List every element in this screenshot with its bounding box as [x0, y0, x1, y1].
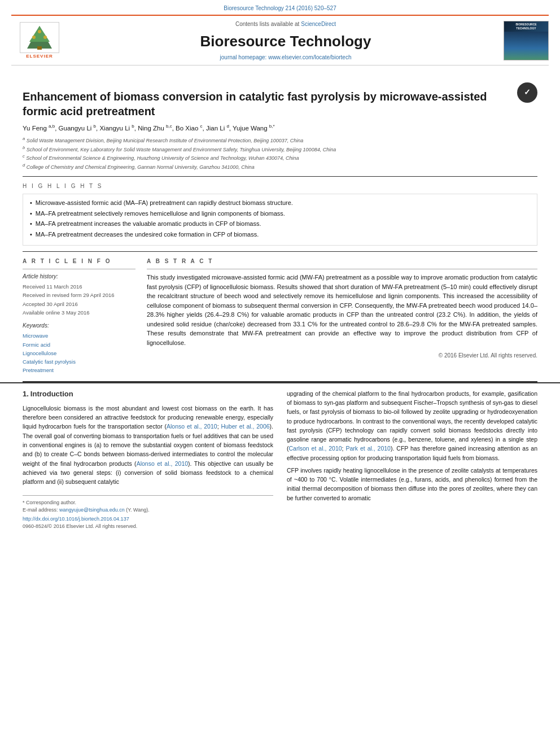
keyword-4: Catalytic fast pyrolysis: [23, 358, 135, 365]
keyword-2: Formic acid: [23, 341, 135, 348]
intro-section-title: Introduction: [30, 390, 73, 398]
corresponding-note: * Corresponding author. E-mail address: …: [23, 499, 273, 513]
available-online-date: Available online 3 May 2016: [23, 309, 135, 316]
affiliation-c: c School of Environmental Science & Engi…: [23, 154, 537, 162]
elsevier-brand-text: ELSEVIER: [26, 53, 53, 59]
affiliation-b: b School of Environment, Key Laboratory …: [23, 145, 537, 154]
highlight-item-1: Microwave-assisted formic acid (MA–FA) p…: [30, 199, 530, 207]
thermal-word: thermal: [302, 485, 322, 492]
journal-ref-top: Bioresource Technology 214 (2016) 520–52…: [11, 5, 549, 12]
main-body-area: 1. Introduction Lignocellulosic biomass …: [0, 382, 560, 536]
cover-image-bg: [504, 32, 548, 60]
journal-header: Bioresource Technology 214 (2016) 520–52…: [0, 0, 560, 68]
abstract-column: A B S T R A C T This study investigated …: [147, 257, 537, 375]
highlights-label: H I G H L I G H T S: [23, 182, 537, 190]
ref-alonso-2010b[interactable]: Alonso et al., 2010: [137, 460, 188, 467]
keyword-5: Pretreatment: [23, 366, 135, 374]
intro-paragraph-3: CFP involves rapidly heating lignocellul…: [287, 466, 537, 503]
article-title: Enhancement of biomass conversion in cat…: [23, 89, 513, 119]
journal-title-center: Contents lists available at ScienceDirec…: [68, 19, 504, 62]
article-info-column: A R T I C L E I N F O Article history: R…: [23, 257, 135, 375]
intro-paragraph-1: Lignocellulosic biomass is the most abun…: [23, 404, 273, 486]
crossmark-badge[interactable]: ✓: [517, 82, 537, 103]
svg-point-5: [43, 36, 47, 39]
abstract-text: This study investigated microwave-assist…: [147, 273, 537, 347]
highlight-item-4: MA–FA pretreatment decreases the undesir…: [30, 230, 530, 239]
crossmark-icon: ✓: [524, 87, 531, 98]
divider-2: [23, 251, 537, 252]
copyright-line: © 2016 Elsevier Ltd. All rights reserved…: [147, 352, 537, 360]
highlights-box: Microwave-assisted formic acid (MA–FA) p…: [23, 194, 537, 246]
svg-point-6: [38, 30, 41, 33]
title-row: Enhancement of biomass conversion in cat…: [23, 80, 537, 123]
keywords-label: Keywords:: [23, 322, 135, 330]
elsevier-logo-box: [20, 22, 59, 53]
history-label: Article history:: [23, 273, 135, 281]
affiliation-d: d College of Chemistry and Chemical Engi…: [23, 163, 537, 171]
highlight-item-2: MA–FA pretreatment selectively removes h…: [30, 209, 530, 218]
journal-name: Bioresource Technology: [68, 31, 504, 51]
sciencedirect-link[interactable]: ScienceDirect: [301, 21, 336, 27]
divider-1: [23, 176, 537, 177]
intro-paragraph-2: upgrading of the chemical platform to th…: [287, 389, 537, 462]
svg-rect-3: [37, 46, 42, 50]
journal-cover-image: BIORESOURCETECHNOLOGY: [504, 21, 549, 60]
issn-line: 0960-8524/© 2016 Elsevier Ltd. All right…: [23, 523, 273, 530]
footnote-email-link[interactable]: wangyujue@tsinghua.edu.cn: [59, 507, 125, 513]
intro-section-number: 1.: [23, 390, 29, 398]
abstract-label: A B S T R A C T: [147, 257, 537, 265]
journal-header-inner: Bioresource Technology 214 (2016) 520–52…: [0, 0, 560, 68]
affiliation-a: a Solid Waste Management Division, Beiji…: [23, 136, 537, 145]
highlight-item-3: MA–FA pretreatment increases the valuabl…: [30, 220, 530, 228]
info-divider: [23, 269, 135, 269]
ref-huber-2006[interactable]: Huber et al., 2006: [221, 423, 269, 430]
ref-carlson-2010[interactable]: Carlson et al., 2010: [289, 445, 342, 452]
journal-homepage: journal homepage: www.elsevier.com/locat…: [68, 54, 504, 62]
main-right-column: upgrading of the chemical platform to th…: [287, 389, 537, 530]
affiliations-block: a Solid Waste Management Division, Beiji…: [23, 136, 537, 171]
elsevier-logo: ELSEVIER: [11, 22, 68, 59]
accepted-date: Accepted 30 April 2016: [23, 300, 135, 308]
intro-heading-row: 1. Introduction: [23, 389, 273, 399]
journal-cover-label: BIORESOURCETECHNOLOGY: [504, 21, 548, 32]
ref-alonso-2010[interactable]: Alonso et al., 2010: [167, 423, 217, 430]
doi-line[interactable]: http://dx.doi.org/10.1016/j.biortech.201…: [23, 516, 273, 523]
highlights-section: H I G H L I G H T S Microwave-assisted f…: [23, 182, 537, 246]
main-two-columns: 1. Introduction Lignocellulosic biomass …: [23, 389, 537, 530]
received-date: Received 11 March 2016: [23, 283, 135, 290]
keyword-3: Lignocellulose: [23, 350, 135, 357]
main-left-column: 1. Introduction Lignocellulosic biomass …: [23, 389, 273, 530]
contents-label: Contents lists available at ScienceDirec…: [68, 19, 504, 29]
ref-park-2010[interactable]: Park et al., 2010: [345, 445, 391, 452]
article-info-label: A R T I C L E I N F O: [23, 257, 135, 265]
elsevier-tree-svg: [23, 24, 56, 51]
authors-line: Yu Feng a,b, Guangyu Li b, Xiangyu Li b,…: [23, 123, 537, 133]
footnote-area: * Corresponding author. E-mail address: …: [23, 495, 273, 530]
journal-header-main: ELSEVIER Contents lists available at Sci…: [11, 15, 549, 65]
article-content-area: Enhancement of biomass conversion in cat…: [0, 68, 560, 381]
keyword-1: Microwave: [23, 332, 135, 339]
received-revised-date: Received in revised form 29 April 2016: [23, 291, 135, 299]
svg-point-4: [32, 36, 36, 39]
info-abstract-columns: A R T I C L E I N F O Article history: R…: [23, 257, 537, 375]
abstract-divider: [147, 269, 537, 269]
